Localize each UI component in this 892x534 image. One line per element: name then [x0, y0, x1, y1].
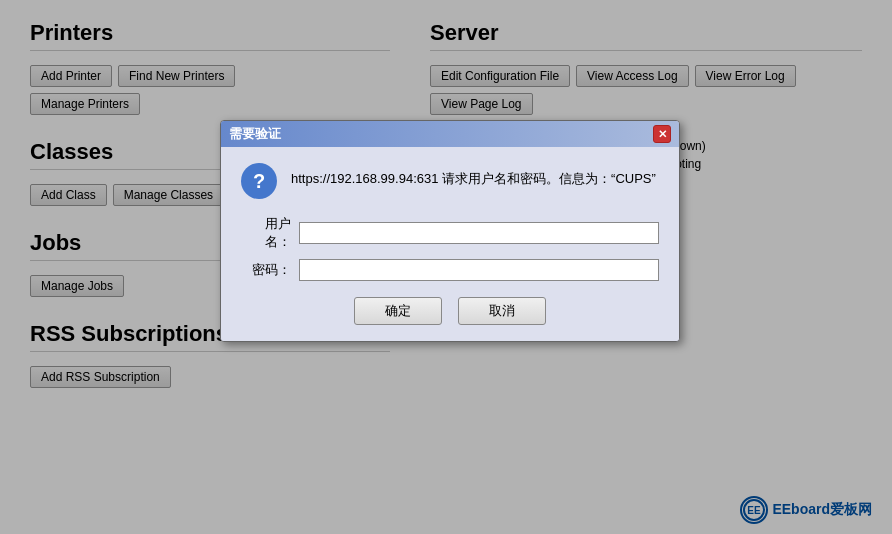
username-label: 用户名：: [241, 215, 291, 251]
dialog-form: 用户名： 密码：: [241, 215, 659, 281]
username-row: 用户名：: [241, 215, 659, 251]
dialog-title: 需要验证: [229, 125, 281, 143]
password-label: 密码：: [241, 261, 291, 279]
dialog-message-text: https://192.168.99.94:631 请求用户名和密码。信息为：“…: [291, 163, 656, 189]
dialog-buttons: 确定 取消: [241, 297, 659, 325]
dialog-cancel-button[interactable]: 取消: [458, 297, 546, 325]
dialog-confirm-button[interactable]: 确定: [354, 297, 442, 325]
dialog-overlay: 需要验证 ✕ ? https://192.168.99.94:631 请求用户名…: [0, 0, 892, 534]
password-row: 密码：: [241, 259, 659, 281]
dialog-close-button[interactable]: ✕: [653, 125, 671, 143]
dialog-question-icon: ?: [241, 163, 277, 199]
dialog-body: ? https://192.168.99.94:631 请求用户名和密码。信息为…: [221, 147, 679, 341]
auth-dialog: 需要验证 ✕ ? https://192.168.99.94:631 请求用户名…: [220, 120, 680, 342]
dialog-message-row: ? https://192.168.99.94:631 请求用户名和密码。信息为…: [241, 163, 659, 199]
password-input[interactable]: [299, 259, 659, 281]
username-input[interactable]: [299, 222, 659, 244]
dialog-titlebar: 需要验证 ✕: [221, 121, 679, 147]
